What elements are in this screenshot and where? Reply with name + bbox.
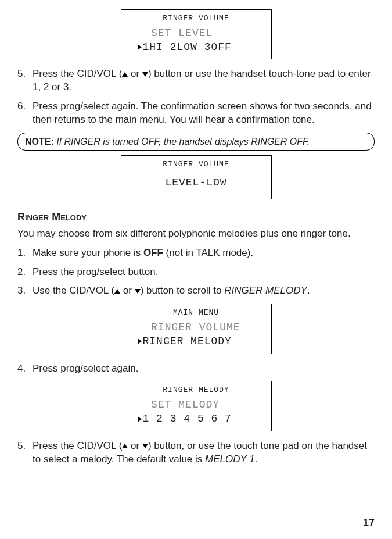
section-intro: You may choose from six different polyph…: [17, 227, 375, 241]
down-arrow-icon: [142, 72, 148, 77]
up-arrow-icon: [122, 444, 128, 448]
step-1: Make sure your phone is OFF (not in TALK…: [17, 247, 375, 260]
lcd-line: SET MELODY: [127, 398, 265, 412]
note-label: NOTE:: [25, 137, 54, 147]
lcd-line: 1 2 3 4 5 6 7: [127, 412, 265, 426]
step-2: Press the prog/select button.: [17, 266, 375, 279]
instruction-list-b3: Press the CID/VOL ( or ) button, or use …: [17, 440, 375, 466]
lcd-screen-level-low: RINGER VOLUME LEVEL-LOW: [121, 155, 272, 199]
note-box: NOTE: If RINGER is turned OFF, the hands…: [17, 133, 375, 151]
lcd-screen-main-menu: MAIN MENU RINGER VOLUME RINGER MELODY: [121, 304, 272, 354]
pointer-icon: [138, 44, 142, 50]
instruction-list-b: Make sure your phone is OFF (not in TALK…: [17, 247, 375, 298]
lcd-title: RINGER VOLUME: [127, 13, 265, 24]
page-number: 17: [363, 516, 375, 530]
lcd-screen-ringer-volume-set: RINGER VOLUME SET LEVEL 1HI 2LOW 3OFF: [121, 9, 272, 59]
lcd-line: LEVEL-LOW: [127, 172, 265, 191]
pointer-icon: [138, 338, 142, 344]
step-5b: Press the CID/VOL ( or ) button, or use …: [17, 440, 375, 466]
lcd-line: SET LEVEL: [127, 26, 265, 40]
lcd-line: 1HI 2LOW 3OFF: [127, 40, 265, 54]
section-heading-ringer-melody: Ringer Melody: [17, 210, 375, 226]
instruction-list-b2: Press prog/select again.: [17, 362, 375, 376]
up-arrow-icon: [114, 289, 120, 294]
up-arrow-icon: [122, 72, 128, 77]
instruction-list-a: Press the CID/VOL ( or ) button or use t…: [17, 67, 375, 127]
lcd-title: RINGER VOLUME: [127, 159, 265, 170]
lcd-screen-ringer-melody-set: RINGER MELODY SET MELODY 1 2 3 4 5 6 7: [121, 381, 272, 431]
down-arrow-icon: [142, 444, 148, 448]
lcd-line: RINGER VOLUME: [127, 320, 265, 334]
lcd-title: MAIN MENU: [127, 308, 265, 318]
lcd-title: RINGER MELODY: [127, 385, 265, 395]
lcd-line: RINGER MELODY: [127, 334, 265, 348]
step-3: Use the CID/VOL ( or ) button to scroll …: [17, 284, 375, 298]
step-5: Press the CID/VOL ( or ) button or use t…: [17, 67, 375, 94]
step-4: Press prog/select again.: [17, 362, 375, 376]
down-arrow-icon: [135, 289, 141, 294]
pointer-icon: [138, 416, 142, 422]
step-6: Press prog/select again. The confirmatio…: [17, 100, 375, 127]
